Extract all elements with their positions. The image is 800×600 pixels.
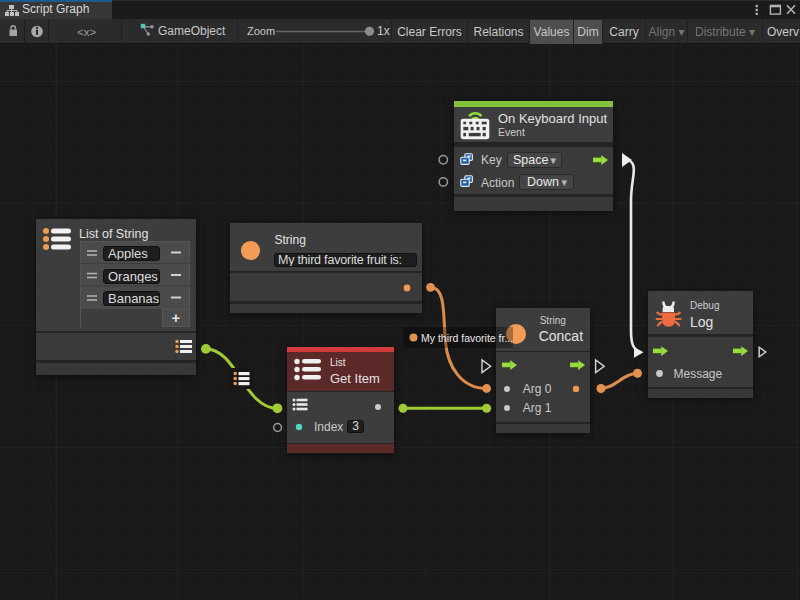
svg-text:<x>: <x>: [77, 26, 96, 38]
